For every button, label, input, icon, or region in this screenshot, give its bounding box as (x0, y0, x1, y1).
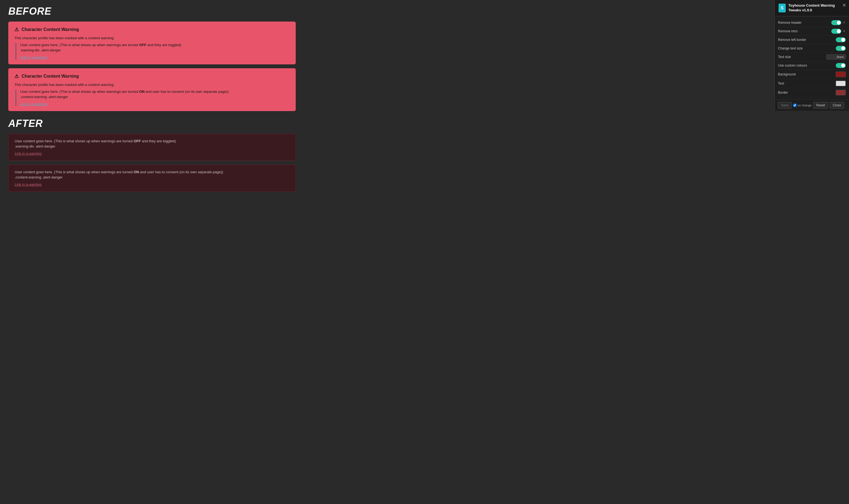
before-label: BEFORE (8, 5, 296, 17)
warning-subtitle-2: This character profile has been marked w… (14, 83, 290, 87)
on-change-label[interactable]: on change (793, 104, 811, 107)
plugin-footer: Save on change Reset Close (775, 100, 849, 111)
warning-triangle-icon: ⚠ (14, 26, 19, 33)
remove-left-border-controls (836, 37, 846, 42)
plugin-row-change-text-size: Change text size (778, 44, 846, 53)
on-change-text: on change (797, 104, 811, 107)
save-button[interactable]: Save (778, 102, 792, 109)
after-warning-link-1[interactable]: Link in a warning (15, 151, 42, 156)
warning-header-1: ⚠ Character Content Warning (14, 26, 290, 33)
plugin-row-use-custom-colours: Use custom colours (778, 61, 846, 70)
remove-intro-controls: ✕ (831, 29, 846, 34)
remove-left-border-label: Remove left border (778, 38, 806, 42)
text-color-controls (836, 81, 846, 86)
background-label: Background (778, 72, 796, 76)
remove-intro-label: Remove intro (778, 29, 798, 33)
warning-triangle-icon-2: ⚠ (14, 73, 19, 79)
text-size-input[interactable] (826, 54, 846, 59)
warning-link-2[interactable]: Link in a warning (20, 102, 47, 106)
remove-header-controls: ✕ (831, 20, 846, 25)
warning-title-1: Character Content Warning (21, 27, 79, 32)
warning-header-2: ⚠ Character Content Warning (14, 73, 290, 79)
reset-button[interactable]: Reset (813, 102, 828, 109)
after-warning-link-2[interactable]: Link in a warning (15, 182, 42, 186)
warning-link-1[interactable]: Link in a warning (20, 55, 47, 59)
warning-class-label-2: .content-warning .alert-danger (20, 95, 290, 99)
text-color-swatch[interactable] (836, 81, 846, 86)
remove-left-border-toggle[interactable] (836, 37, 846, 42)
on-change-checkbox[interactable] (793, 104, 796, 107)
change-text-size-toggle[interactable] (836, 46, 846, 51)
remove-intro-toggle[interactable] (831, 29, 841, 34)
warning-content-block-1: User content goes here. (This is what sh… (16, 43, 290, 59)
before-warning-box-2: ⚠ Character Content Warning This charact… (8, 68, 296, 111)
plugin-row-remove-header: Remove header ✕ (778, 19, 846, 27)
remove-header-label: Remove header (778, 21, 801, 24)
use-custom-colours-toggle[interactable] (836, 63, 846, 68)
remove-intro-x-button[interactable]: ✕ (842, 30, 846, 33)
after-warning-box-2: User content goes here. (This is what sh… (8, 165, 296, 192)
warning-content-line1-2: User content goes here. (This is what sh… (20, 90, 290, 94)
before-warning-box-1: ⚠ Character Content Warning This charact… (8, 21, 296, 65)
text-size-label: Text size (778, 55, 791, 59)
plugin-logo: S (778, 4, 786, 13)
after-class-label-1: .warning-div .alert-danger (15, 144, 289, 148)
plugin-row-remove-intro: Remove intro ✕ (778, 27, 846, 36)
plugin-header: S Toyhouse Content Warning Tweaks v1.0.0… (775, 0, 849, 16)
after-class-label-2: .content-warning .alert-danger (15, 175, 289, 179)
border-color-swatch[interactable] (836, 90, 846, 95)
warning-class-label-1: .warning-div .alert-danger (20, 48, 290, 52)
border-color-controls (836, 90, 846, 95)
remove-header-toggle[interactable] (831, 20, 841, 25)
plugin-row-border-color: Border (778, 88, 846, 97)
change-text-size-label: Change text size (778, 47, 802, 50)
main-content: BEFORE ⚠ Character Content Warning This … (0, 0, 304, 201)
warning-title-2: Character Content Warning (21, 74, 79, 79)
remove-header-x-button[interactable]: ✕ (842, 21, 846, 24)
use-custom-colours-controls (836, 63, 846, 68)
plugin-row-remove-left-border: Remove left border (778, 36, 846, 44)
warning-content-block-2: User content goes here. (This is what sh… (16, 90, 290, 106)
warning-content-line1-1: User content goes here. (This is what sh… (20, 43, 290, 47)
change-text-size-controls (836, 46, 846, 51)
text-color-label: Text (778, 82, 784, 85)
use-custom-colours-label: Use custom colours (778, 64, 807, 68)
plugin-title: Toyhouse Content Warning Tweaks v1.0.0 (789, 3, 845, 13)
after-warning-box-1: User content goes here. (This is what sh… (8, 134, 296, 161)
after-content-line1-2: User content goes here. (This is what sh… (15, 170, 289, 174)
after-label: AFTER (8, 118, 296, 129)
close-button[interactable]: Close (830, 102, 844, 109)
background-color-swatch[interactable] (836, 72, 846, 77)
after-content-line1-1: User content goes here. (This is what sh… (15, 139, 289, 143)
plugin-main-close-button[interactable]: ✕ (842, 3, 846, 8)
border-color-label: Border (778, 91, 788, 94)
plugin-row-text-color: Text (778, 79, 846, 88)
warning-subtitle-1: This character profile has been marked w… (14, 36, 290, 40)
plugin-panel: S Toyhouse Content Warning Tweaks v1.0.0… (774, 0, 849, 111)
plugin-row-background: Background (778, 70, 846, 79)
background-controls (836, 72, 846, 77)
plugin-body: Remove header ✕ Remove intro ✕ Remove le… (775, 16, 849, 100)
plugin-row-text-size: Text size (778, 53, 846, 61)
text-size-controls (826, 54, 846, 59)
